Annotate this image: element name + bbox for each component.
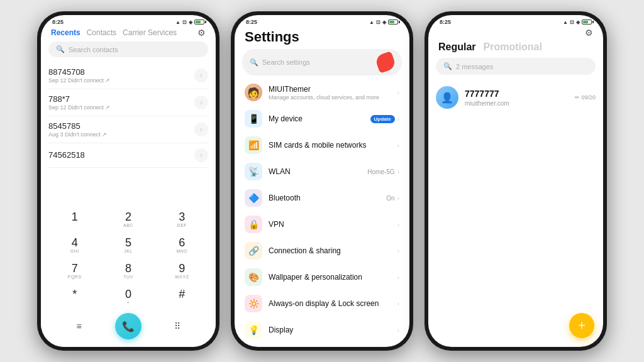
recent-meta-3: Aug 3 Didn't connect ↗ xyxy=(48,131,107,138)
signal-icon-3: ▲ xyxy=(563,19,568,25)
key-6[interactable]: 6MNO xyxy=(156,233,208,258)
messages-content: ⚙ Regular Promotional 🔍 2 messages 👤 777… xyxy=(428,26,603,347)
status-bar-2: 8:25 ▲ ⊡ ◈ xyxy=(235,15,409,26)
settings-search-icon: 🔍 xyxy=(250,58,258,67)
dialpad-bottom: ≡ 📞 ⠿ xyxy=(48,309,208,342)
settings-search-placeholder: Search settings xyxy=(262,58,310,66)
wallpaper-icon-wrap: 🎨 xyxy=(245,268,262,286)
messages-search-bar[interactable]: 🔍 2 messages xyxy=(436,58,596,75)
wifi-icon: ⊡ xyxy=(182,19,187,25)
wlan-value: Home-5G xyxy=(367,168,394,175)
settings-item-wlan[interactable]: 📡 WLAN Home-5G › xyxy=(237,158,407,185)
recent-arrow-4[interactable]: › xyxy=(194,148,208,162)
simcards-title: SIM cards & mobile networks xyxy=(269,141,397,150)
settings-item-miuithemer[interactable]: 🧑 MIUIThemer Manage accounts, cloud serv… xyxy=(237,79,407,106)
chevron-icon-3: › xyxy=(397,142,399,149)
vpn-title: VPN xyxy=(269,220,397,229)
dialer-tabs: Recents Contacts Carrier Services xyxy=(51,28,177,37)
chevron-icon-2: › xyxy=(397,116,399,123)
bluetooth-icon-wrap: 🔷 xyxy=(245,189,262,207)
tab-promotional[interactable]: Promotional xyxy=(484,41,542,53)
search-icon: 🔍 xyxy=(56,45,65,53)
settings-item-alwayson[interactable]: 🔆 Always-on display & Lock screen › xyxy=(237,290,407,317)
settings-search-bar[interactable]: 🔍 Search settings xyxy=(242,49,402,75)
tab-carrier-services[interactable]: Carrier Services xyxy=(123,28,177,37)
status-bar-1: 8:25 ▲ ⊡ ◈ xyxy=(41,15,216,26)
message-time-1: ✏ 09/20 xyxy=(575,94,596,101)
key-7[interactable]: 7PQRS xyxy=(48,259,101,283)
recent-item-2[interactable]: 788*7 Sep 12 Didn't connect ↗ › xyxy=(48,89,208,116)
settings-item-bluetooth[interactable]: 🔷 Bluetooth On › xyxy=(237,185,407,211)
key-8[interactable]: 8TUV xyxy=(102,259,154,283)
bluetooth-value: On xyxy=(386,195,394,202)
display-icon-wrap: 💡 xyxy=(245,321,262,339)
chevron-icon-4: › xyxy=(397,168,399,175)
settings-item-vpn[interactable]: 🔒 VPN › xyxy=(237,211,407,238)
recent-arrow-1[interactable]: › xyxy=(194,69,208,82)
key-5[interactable]: 5JKL xyxy=(102,233,154,258)
compose-fab[interactable]: + xyxy=(569,313,594,338)
key-2[interactable]: 2ABC xyxy=(102,207,154,232)
messages-tabs: Regular Promotional xyxy=(428,40,603,58)
display-title: Display xyxy=(269,326,397,334)
settings-item-wallpaper[interactable]: 🎨 Wallpaper & personalization › xyxy=(237,264,407,290)
recent-item-3[interactable]: 8545785 Aug 3 Didn't connect ↗ › xyxy=(48,116,208,143)
tab-contacts[interactable]: Contacts xyxy=(87,28,116,37)
recent-item-1[interactable]: 88745708 Sep 12 Didn't connect ↗ › xyxy=(48,62,208,89)
message-preview-1: miuithemer.com xyxy=(465,100,569,107)
settings-item-simcards[interactable]: 📶 SIM cards & mobile networks › xyxy=(237,132,407,158)
keypad-button[interactable]: ⠿ xyxy=(167,316,187,336)
key-1[interactable]: 1 xyxy=(48,207,101,232)
recent-meta-2: Sep 12 Didn't connect ↗ xyxy=(48,104,110,111)
status-icons-1: ▲ ⊡ ◈ xyxy=(175,19,204,25)
wifi-icon-2: ⊡ xyxy=(376,19,380,25)
bluetooth-title: Bluetooth xyxy=(269,194,386,202)
settings-item-connection[interactable]: 🔗 Connection & sharing › xyxy=(237,238,407,264)
settings-content: Settings 🔍 Search settings 🧑 MIUIThemer … xyxy=(235,26,409,347)
battery-icon-3 xyxy=(582,19,592,25)
key-4[interactable]: 4GHI xyxy=(48,233,101,258)
phone-messages: 8:25 ▲ ⊡ ◈ ⚙ Regular Promotional 🔍 2 mes… xyxy=(425,11,607,351)
recent-number-1: 88745708 xyxy=(48,67,110,77)
gear-icon-msgs[interactable]: ⚙ xyxy=(585,28,593,38)
wallpaper-title: Wallpaper & personalization xyxy=(269,273,397,282)
recent-item-4[interactable]: 74562518 › xyxy=(48,143,208,168)
settings-item-display[interactable]: 💡 Display › xyxy=(237,317,407,343)
settings-list: 🧑 MIUIThemer Manage accounts, cloud serv… xyxy=(235,79,409,347)
wlan-icon-wrap: 📡 xyxy=(245,163,262,180)
key-3[interactable]: 3DEF xyxy=(156,207,208,232)
dialer-header: Recents Contacts Carrier Services ⚙ xyxy=(41,26,216,41)
mydevice-icon-wrap: 📱 xyxy=(245,110,262,128)
phone-dialer: 8:25 ▲ ⊡ ◈ Recents Contacts Carrier Serv… xyxy=(37,11,219,351)
messages-list: 👤 7777777 miuithemer.com ✏ 09/20 xyxy=(428,80,603,347)
settings-item-mydevice[interactable]: 📱 My device Update › xyxy=(237,106,407,132)
alwayson-icon-wrap: 🔆 xyxy=(245,295,262,312)
miuithemer-sub: Manage accounts, cloud services, and mor… xyxy=(269,94,397,101)
tab-recents[interactable]: Recents xyxy=(51,28,80,37)
recent-meta-1: Sep 12 Didn't connect ↗ xyxy=(48,77,110,84)
messages-search-placeholder: 2 messages xyxy=(456,63,493,70)
chevron-icon-9: › xyxy=(397,300,399,307)
miuithemer-title: MIUIThemer xyxy=(269,85,397,94)
chevron-icon-7: › xyxy=(397,248,399,255)
key-0[interactable]: 0+ xyxy=(102,285,154,309)
recent-arrow-2[interactable]: › xyxy=(194,96,208,109)
chevron-icon-5: › xyxy=(397,195,399,202)
dialpad: 1 2ABC 3DEF 4GHI 5JKL 6MNO 7PQRS 8TUV 9W… xyxy=(41,205,216,347)
signal-icon-2: ▲ xyxy=(369,19,374,25)
menu-button[interactable]: ≡ xyxy=(69,316,89,336)
gear-icon[interactable]: ⚙ xyxy=(197,28,206,38)
status-icons-2: ▲ ⊡ ◈ xyxy=(369,19,398,25)
message-item-1[interactable]: 👤 7777777 miuithemer.com ✏ 09/20 xyxy=(436,80,596,115)
recent-arrow-3[interactable]: › xyxy=(194,123,208,136)
tab-regular[interactable]: Regular xyxy=(438,41,476,53)
key-hash[interactable]: # xyxy=(156,285,208,309)
update-badge: Update xyxy=(370,115,395,123)
key-9[interactable]: 9WXYZ xyxy=(156,259,208,283)
key-star[interactable]: * xyxy=(48,285,101,309)
dialpad-grid: 1 2ABC 3DEF 4GHI 5JKL 6MNO 7PQRS 8TUV 9W… xyxy=(48,207,208,309)
search-contacts-bar[interactable]: 🔍 Search contacts xyxy=(48,41,208,57)
status-time-1: 8:25 xyxy=(52,19,64,25)
call-button[interactable]: 📞 xyxy=(115,313,142,339)
vpn-icon-wrap: 🔒 xyxy=(245,216,262,233)
